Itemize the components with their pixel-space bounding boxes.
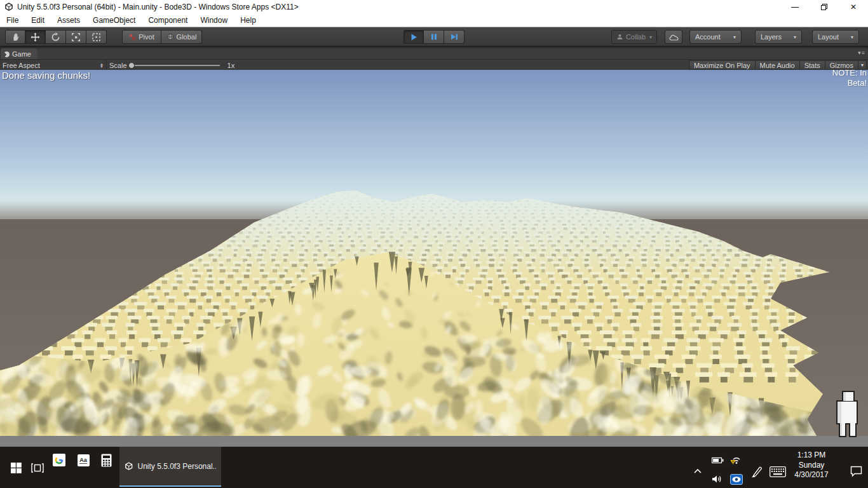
rotate-icon [51, 32, 60, 42]
chrome-taskbar-button[interactable] [52, 453, 66, 467]
globe-icon [166, 33, 174, 41]
pen-icon [751, 466, 763, 478]
account-dropdown[interactable]: Account ▾ [689, 30, 742, 44]
mute-audio-button[interactable]: Mute Audio [755, 60, 800, 70]
dictionary-icon: Aa [78, 454, 90, 466]
eye-icon [730, 474, 743, 485]
game-control-bar: Free Aspect ▲▼ Scale 1x Maximize On Play… [0, 59, 868, 70]
voxel-terrain-scene[interactable] [0, 70, 868, 447]
scale-value: 1x [227, 62, 235, 69]
restore-button[interactable] [810, 0, 839, 14]
play-icon [410, 33, 418, 41]
windows-taskbar: Aa Unity 5.5.0f3 Personal... [0, 447, 868, 488]
cloud-icon [669, 34, 679, 41]
aspect-label: Free Aspect [3, 62, 40, 69]
eyecare-tray-icon[interactable] [729, 473, 743, 485]
pivot-label: Pivot [139, 33, 154, 41]
chevron-down-icon: ▾ [851, 34, 853, 40]
collab-label: Collab [626, 33, 646, 41]
tab-menu-icon[interactable]: ▾≡ [858, 50, 865, 56]
chevron-down-icon: ▾ [733, 34, 736, 40]
pause-button[interactable] [424, 30, 444, 44]
hand-tool-button[interactable] [5, 30, 25, 44]
taskbar-clock[interactable]: 1:13 PM Sunday 4/30/2017 [783, 451, 840, 480]
chevron-down-icon: ▾ [649, 34, 652, 40]
step-button[interactable] [444, 30, 465, 44]
scale-control: Scale 1x [109, 60, 234, 71]
cloud-services-button[interactable] [665, 30, 682, 44]
minimize-button[interactable]: — [780, 0, 810, 14]
scale-slider-knob[interactable] [128, 62, 135, 69]
collab-icon [616, 34, 623, 40]
action-center-button[interactable] [848, 464, 864, 478]
menu-gameobject[interactable]: GameObject [86, 15, 142, 26]
beta-note: NOTE: In Beta! [826, 68, 867, 88]
stats-button[interactable]: Stats [799, 60, 825, 70]
layout-dropdown[interactable]: Layout ▾ [812, 30, 859, 44]
pivot-toggle-button[interactable]: Pivot [122, 30, 161, 44]
global-toggle-button[interactable]: Global [161, 30, 202, 44]
menu-component[interactable]: Component [142, 15, 194, 26]
task-view-button[interactable] [27, 461, 48, 475]
menu-edit[interactable]: Edit [25, 15, 51, 26]
wifi-tray-icon[interactable] [729, 453, 743, 466]
play-button[interactable] [403, 30, 424, 44]
scale-label: Scale [109, 62, 127, 69]
tab-strip-empty [37, 48, 868, 60]
task-view-icon [31, 463, 44, 473]
calculator-taskbar-button[interactable] [99, 452, 113, 468]
scale-slider-track[interactable] [132, 65, 220, 66]
dictionary-taskbar-button[interactable]: Aa [76, 453, 90, 467]
pivot-icon [129, 34, 136, 41]
pen-tray-icon[interactable] [750, 464, 764, 478]
game-tab-bar: Game ▾≡ [0, 46, 868, 59]
rect-tool-icon [92, 32, 101, 42]
rotate-tool-button[interactable] [46, 30, 66, 44]
move-icon [31, 32, 40, 42]
battery-icon [712, 457, 724, 464]
collab-dropdown[interactable]: Collab ▾ [611, 30, 657, 44]
layers-dropdown[interactable]: Layers ▾ [755, 30, 802, 44]
unity-taskbar-task[interactable]: Unity 5.5.0f3 Personal... [119, 447, 221, 487]
windows-logo-icon [11, 463, 22, 473]
chevron-down-icon: ▾ [794, 34, 796, 40]
game-view-icon [4, 51, 10, 57]
menu-help[interactable]: Help [234, 15, 262, 26]
global-label: Global [177, 33, 197, 41]
battery-tray-icon[interactable] [710, 455, 724, 465]
chevron-up-icon [694, 469, 702, 473]
updown-arrows-icon: ▲▼ [100, 63, 104, 68]
unity-logo-icon [4, 3, 13, 11]
scale-tool-button[interactable] [66, 30, 86, 44]
layers-label: Layers [761, 33, 782, 41]
game-viewport[interactable]: Done saving chunks! NOTE: In Beta! [0, 70, 868, 447]
volume-tray-icon[interactable] [710, 473, 724, 485]
restore-icon [820, 3, 828, 11]
rect-tool-button[interactable] [86, 30, 107, 44]
unity-editor-window: Unity 5.5.0f3 Personal (64bit) - Main.un… [0, 0, 868, 488]
pause-icon [430, 33, 438, 41]
start-button[interactable] [5, 461, 27, 475]
unity-task-label: Unity 5.5.0f3 Personal... [138, 462, 217, 471]
dictionary-label: Aa [79, 457, 87, 464]
maximize-on-play-button[interactable]: Maximize On Play [689, 60, 756, 70]
tray-expand-button[interactable] [691, 466, 704, 476]
speaker-icon [712, 475, 723, 484]
layout-label: Layout [818, 33, 839, 41]
hand-icon [11, 32, 20, 42]
aspect-dropdown[interactable]: Free Aspect ▲▼ [0, 60, 107, 71]
menu-window[interactable]: Window [194, 15, 234, 26]
menu-bar: File Edit Assets GameObject Component Wi… [0, 14, 868, 27]
save-status-message: Done saving chunks! [2, 70, 90, 81]
menu-file[interactable]: File [0, 15, 25, 26]
move-tool-button[interactable] [25, 30, 46, 44]
clock-time: 1:13 PM [783, 451, 840, 461]
title-bar: Unity 5.5.0f3 Personal (64bit) - Main.un… [0, 0, 868, 14]
tab-game[interactable]: Game [1, 48, 37, 60]
menu-assets[interactable]: Assets [51, 15, 86, 26]
clock-day: Sunday [783, 461, 840, 471]
notification-icon [850, 466, 862, 477]
clock-date: 4/30/2017 [783, 470, 840, 480]
google-icon [53, 454, 65, 466]
close-button[interactable]: ✕ [839, 0, 868, 14]
